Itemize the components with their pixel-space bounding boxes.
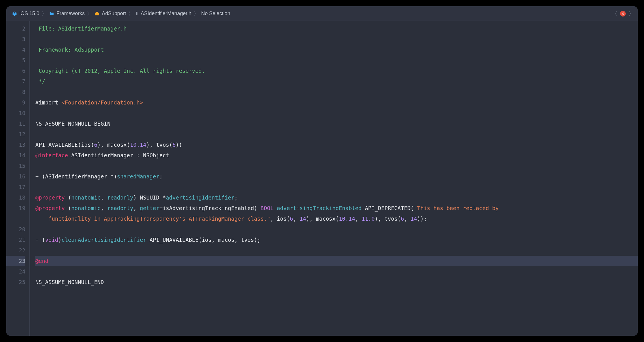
line-number: 12 — [6, 129, 25, 140]
code-line[interactable]: + (ASIdentifierManager *)sharedManager; — [35, 171, 638, 182]
code-line[interactable] — [35, 161, 638, 171]
code-line[interactable]: @property (nonatomic, readonly) NSUUID *… — [35, 192, 638, 203]
line-number: 19 — [6, 203, 25, 214]
code-line[interactable]: @interface ASIdentifierManager : NSObjec… — [35, 150, 638, 161]
breadcrumb-item-frameworks[interactable]: Frameworks — [47, 11, 86, 17]
line-number: 7 — [6, 76, 25, 87]
line-number: 25 — [6, 277, 25, 287]
breadcrumb-label: Frameworks — [56, 11, 85, 17]
svg-rect-1 — [96, 12, 98, 13]
breadcrumb-label: iOS 15.0 — [19, 11, 39, 17]
code-line[interactable]: @property (nonatomic, readonly, getter=i… — [35, 203, 638, 214]
header-file-icon: h — [136, 11, 138, 16]
line-number: 21 — [6, 235, 25, 245]
code-line[interactable]: - (void)clearAdvertisingIdentifier API_U… — [35, 235, 638, 245]
line-number: 18 — [6, 192, 25, 203]
breadcrumb-item-selection[interactable]: No Selection — [199, 11, 232, 17]
code-line[interactable] — [35, 108, 638, 118]
line-number: 5 — [6, 55, 25, 66]
code-line[interactable] — [35, 55, 638, 66]
line-number: 13 — [6, 140, 25, 150]
code-line[interactable]: NS_ASSUME_NONNULL_END — [35, 277, 638, 287]
line-number: 4 — [6, 45, 25, 55]
breadcrumb-item-sdk[interactable]: iOS 15.0 — [10, 11, 41, 17]
folder-icon — [49, 11, 54, 16]
code-line[interactable]: Framework: AdSupport — [35, 45, 638, 55]
chevron-right-icon: 〉 — [194, 10, 199, 17]
line-number: 11 — [6, 118, 25, 129]
line-number: 8 — [6, 87, 25, 97]
code-line[interactable]: File: ASIdentifierManager.h — [35, 23, 638, 34]
error-badge-icon[interactable]: ✕ — [620, 11, 626, 17]
line-number: 24 — [6, 266, 25, 277]
line-number: 10 — [6, 108, 25, 118]
line-number: 9 — [6, 97, 25, 108]
code-line[interactable] — [35, 224, 638, 235]
code-line[interactable] — [35, 266, 638, 277]
line-number: 16 — [6, 171, 25, 182]
nav-forward-icon[interactable]: 〉 — [629, 10, 634, 17]
code-line[interactable]: NS_ASSUME_NONNULL_BEGIN — [35, 118, 638, 129]
chevron-right-icon: 〉 — [87, 10, 92, 17]
nav-back-icon[interactable]: 〈 — [612, 10, 617, 17]
line-number-wrap — [6, 214, 25, 224]
line-number: 20 — [6, 224, 25, 235]
code-line[interactable] — [35, 182, 638, 192]
chevron-right-icon: 〉 — [42, 10, 47, 17]
code-line[interactable]: Copyright (c) 2012, Apple Inc. All right… — [35, 66, 638, 76]
code-area[interactable]: File: ASIdentifierManager.h Framework: A… — [30, 21, 638, 336]
line-number: 23 — [6, 256, 25, 266]
breadcrumb-label: No Selection — [201, 11, 230, 17]
code-line[interactable] — [35, 34, 638, 45]
line-number: 17 — [6, 182, 25, 192]
line-number: 15 — [6, 161, 25, 171]
code-line[interactable] — [35, 129, 638, 140]
nav-arrow-group: 〈 ✕ 〉 — [612, 10, 634, 17]
line-number: 2 — [6, 23, 25, 34]
breadcrumb-item-adsupport[interactable]: AdSupport — [93, 11, 128, 17]
breadcrumb-bar: iOS 15.0 〉 Frameworks 〉 AdSupport 〉 h AS… — [6, 6, 638, 21]
breadcrumb-label: ASIdentifierManager.h — [141, 11, 191, 17]
code-line-wrap[interactable]: functionality in AppTrackingTransparency… — [35, 214, 638, 224]
code-line[interactable]: @end — [35, 256, 638, 266]
line-number: 22 — [6, 245, 25, 256]
chevron-right-icon: 〉 — [128, 10, 133, 17]
code-line[interactable]: API_AVAILABLE(ios(6), macosx(10.14), tvo… — [35, 140, 638, 150]
code-line[interactable] — [35, 245, 638, 256]
code-line[interactable]: #import <Foundation/Foundation.h> — [35, 97, 638, 108]
box-icon — [12, 11, 17, 16]
line-number-gutter: 2345678910111213141516171819202122232425 — [6, 21, 30, 336]
line-number: 14 — [6, 150, 25, 161]
editor-window: iOS 15.0 〉 Frameworks 〉 AdSupport 〉 h AS… — [6, 6, 638, 336]
code-editor[interactable]: 2345678910111213141516171819202122232425… — [6, 21, 638, 336]
line-number: 3 — [6, 34, 25, 45]
breadcrumb-label: AdSupport — [102, 11, 126, 17]
svg-rect-0 — [95, 13, 99, 15]
code-line[interactable]: */ — [35, 76, 638, 87]
line-number: 6 — [6, 66, 25, 76]
breadcrumb-item-file[interactable]: h ASIdentifierManager.h — [134, 11, 193, 17]
code-line[interactable] — [35, 87, 638, 97]
toolbox-icon — [94, 11, 100, 16]
